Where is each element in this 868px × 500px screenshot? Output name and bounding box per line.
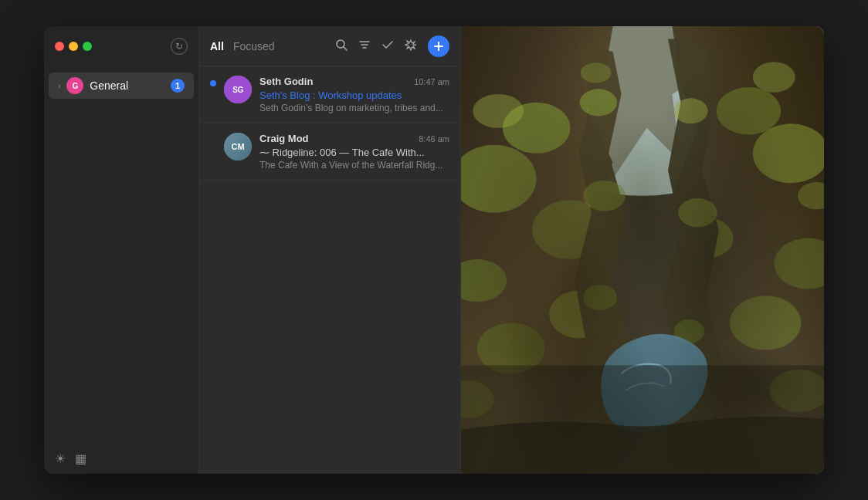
svg-point-24 [583, 181, 626, 211]
svg-point-23 [580, 89, 617, 116]
svg-point-18 [717, 87, 781, 135]
email-sender: Seth Godin [259, 76, 313, 87]
craig-avatar-image: CM [224, 133, 252, 160]
email-preview: Seth Godin's Blog on marketing, tribes a… [259, 103, 449, 113]
svg-point-9 [507, 26, 778, 196]
chevron-icon: › [58, 82, 60, 90]
email-list-toolbar: All Focused [199, 26, 460, 66]
svg-point-12 [461, 259, 507, 302]
email-list: SG Seth Godin 10:47 am Seth's Blog : Wor… [199, 66, 460, 474]
toolbar-icons [335, 35, 449, 57]
svg-rect-7 [461, 26, 824, 474]
svg-point-28 [674, 319, 705, 343]
email-time: 10:47 am [414, 77, 449, 86]
svg-line-1 [344, 47, 347, 50]
svg-point-32 [798, 182, 824, 209]
brightness-icon[interactable]: ☀ [55, 451, 66, 466]
email-preview: The Cafe With a View of the Waterfall Ri… [259, 160, 449, 171]
email-sender: Craig Mod [259, 133, 309, 144]
email-item[interactable]: CM Craig Mod 8:46 am ⁓ Ridgeline: 006 — … [199, 123, 460, 181]
email-content: Seth Godin 10:47 am Seth's Blog : Worksh… [259, 76, 449, 113]
filter-icon[interactable] [358, 39, 371, 54]
content-panel [461, 26, 824, 474]
unread-indicator [210, 80, 216, 86]
search-icon[interactable] [335, 39, 348, 54]
email-header: Seth Godin 10:47 am [259, 76, 449, 87]
traffic-lights [55, 42, 92, 51]
svg-point-31 [753, 62, 795, 93]
svg-point-20 [730, 296, 801, 350]
avatar: CM [224, 133, 252, 160]
email-header: Craig Mod 8:46 am [259, 133, 449, 144]
refresh-icon[interactable]: ↻ [171, 38, 188, 55]
compose-button[interactable] [428, 35, 449, 57]
email-item[interactable]: SG Seth Godin 10:47 am Seth's Blog : Wor… [199, 66, 460, 123]
folder-label: General [90, 79, 164, 92]
svg-point-25 [583, 285, 617, 310]
tab-focused[interactable]: Focused [233, 40, 275, 52]
seth-avatar-image: SG [224, 76, 252, 103]
svg-rect-33 [461, 365, 824, 474]
sidebar-item-general[interactable]: › G General 1 [49, 73, 194, 99]
svg-point-15 [549, 291, 609, 339]
grid-icon[interactable]: ▦ [75, 451, 86, 466]
svg-point-30 [581, 62, 612, 83]
svg-point-26 [674, 98, 708, 123]
maximize-button[interactable] [83, 42, 92, 51]
titlebar: ↻ [44, 26, 198, 66]
email-subject: ⁓ Ridgeline: 006 — The Cafe With... [259, 147, 449, 158]
svg-point-17 [753, 123, 824, 183]
sidebar-content: › G General 1 [44, 66, 198, 444]
svg-point-19 [774, 238, 824, 289]
toolbar-tabs: All Focused [210, 40, 324, 52]
tools-icon[interactable] [405, 39, 417, 54]
svg-point-29 [473, 94, 524, 128]
svg-point-21 [770, 370, 824, 412]
minimize-button[interactable] [69, 42, 78, 51]
unread-badge: 1 [171, 79, 185, 93]
email-time: 8:46 am [419, 134, 449, 144]
email-content: Craig Mod 8:46 am ⁓ Ridgeline: 006 — The… [259, 133, 449, 171]
svg-point-14 [477, 323, 545, 373]
sidebar: ↻ › G General 1 ☀ ▦ [44, 26, 198, 474]
email-list-panel: All Focused [198, 26, 461, 474]
account-avatar: G [66, 77, 83, 94]
avatar: SG [224, 76, 252, 103]
svg-point-11 [503, 103, 571, 154]
checkmark-icon[interactable] [381, 39, 394, 54]
svg-point-16 [461, 380, 494, 417]
email-subject: Seth's Blog : Workshop updates [259, 90, 449, 101]
svg-rect-8 [461, 26, 824, 474]
tab-all[interactable]: All [210, 40, 224, 52]
sidebar-footer: ☀ ▦ [44, 444, 198, 474]
svg-point-10 [461, 145, 537, 213]
svg-point-13 [532, 200, 609, 259]
svg-point-27 [678, 198, 717, 227]
app-window: ↻ › G General 1 ☀ ▦ All Focused [44, 26, 824, 474]
svg-point-22 [679, 218, 733, 258]
close-button[interactable] [55, 42, 64, 51]
landscape-photo [461, 26, 824, 474]
